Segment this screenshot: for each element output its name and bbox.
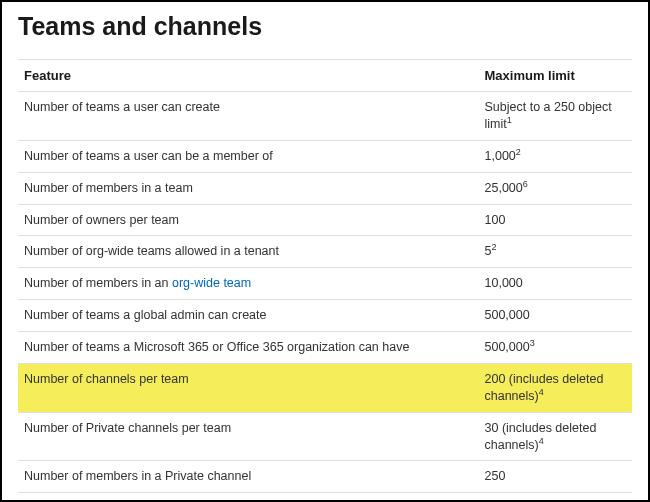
header-feature: Feature <box>18 60 479 92</box>
limit-cell: 500,0003 <box>479 332 633 364</box>
feature-cell: Number of members in a Private channel <box>18 461 479 493</box>
table-row: Number of teams a Microsoft 365 or Offic… <box>18 332 632 364</box>
table-row: Number of channels per team200 (includes… <box>18 363 632 412</box>
footnote-ref: 2 <box>491 242 496 252</box>
org-wide-team-link[interactable]: org-wide team <box>172 276 251 290</box>
feature-text: Number of members in an <box>24 276 172 290</box>
footnote-ref: 4 <box>539 387 544 397</box>
limit-cell: 30 (includes deleted channels)4 <box>479 412 633 461</box>
table-row: Number of members in a Private channel25… <box>18 461 632 493</box>
feature-cell: Number of org-wide teams allowed in a te… <box>18 236 479 268</box>
document-page: Teams and channels Feature Maximum limit… <box>0 0 650 502</box>
footnote-ref: 4 <box>539 435 544 445</box>
table-row: Number of owners per team100 <box>18 204 632 236</box>
feature-cell: Number of owners per team <box>18 204 479 236</box>
limit-text: 250 <box>485 469 506 483</box>
feature-cell: Maximum size of distribution list, secur… <box>18 493 479 502</box>
feature-cell: Number of teams a global admin can creat… <box>18 300 479 332</box>
table-row: Number of teams a user can be a member o… <box>18 140 632 172</box>
feature-cell: Number of teams a user can be a member o… <box>18 140 479 172</box>
limit-text: 100 <box>485 213 506 227</box>
feature-cell: Number of channels per team <box>18 363 479 412</box>
feature-text: Number of Private channels per team <box>24 421 231 435</box>
limit-cell: 200 (includes deleted channels)4 <box>479 363 633 412</box>
limit-cell: Subject to a 250 object limit1 <box>479 92 633 141</box>
table-row: Number of members in an org-wide team10,… <box>18 268 632 300</box>
limit-text: 500,000 <box>485 308 530 322</box>
limit-cell: 10,000 <box>479 268 633 300</box>
feature-text: Number of owners per team <box>24 213 179 227</box>
limit-cell: 52 <box>479 236 633 268</box>
feature-cell: Number of members in an org-wide team <box>18 268 479 300</box>
feature-text: Number of channels per team <box>24 372 189 386</box>
limit-cell: 500,000 <box>479 300 633 332</box>
footnote-ref: 1 <box>507 115 512 125</box>
feature-cell: Number of teams a Microsoft 365 or Offic… <box>18 332 479 364</box>
footnote-ref: 2 <box>516 147 521 157</box>
limit-cell: 3,500 <box>479 493 633 502</box>
footnote-ref: 6 <box>523 178 528 188</box>
feature-text: Number of teams a user can be a member o… <box>24 149 273 163</box>
footnote-ref: 3 <box>530 338 535 348</box>
table-row: Maximum size of distribution list, secur… <box>18 493 632 502</box>
feature-cell: Number of Private channels per team <box>18 412 479 461</box>
table-row: Number of teams a user can createSubject… <box>18 92 632 141</box>
table-row: Number of members in a team25,0006 <box>18 172 632 204</box>
limit-cell: 25,0006 <box>479 172 633 204</box>
feature-text: Number of teams a Microsoft 365 or Offic… <box>24 340 409 354</box>
limit-text: 1,000 <box>485 149 516 163</box>
feature-cell: Number of teams a user can create <box>18 92 479 141</box>
limit-cell: 100 <box>479 204 633 236</box>
limit-text: 500,000 <box>485 340 530 354</box>
feature-text: Number of members in a team <box>24 181 193 195</box>
feature-text: Number of members in a Private channel <box>24 469 251 483</box>
feature-text: Number of teams a user can create <box>24 100 220 114</box>
page-title: Teams and channels <box>18 12 632 41</box>
limit-cell: 250 <box>479 461 633 493</box>
header-limit: Maximum limit <box>479 60 633 92</box>
table-row: Number of teams a global admin can creat… <box>18 300 632 332</box>
table-header-row: Feature Maximum limit <box>18 60 632 92</box>
table-row: Number of org-wide teams allowed in a te… <box>18 236 632 268</box>
limit-cell: 1,0002 <box>479 140 633 172</box>
limit-text: Subject to a 250 object limit <box>485 100 612 131</box>
feature-text: Number of org-wide teams allowed in a te… <box>24 244 279 258</box>
feature-cell: Number of members in a team <box>18 172 479 204</box>
limit-text: 10,000 <box>485 276 523 290</box>
table-row: Number of Private channels per team30 (i… <box>18 412 632 461</box>
feature-text: Number of teams a global admin can creat… <box>24 308 267 322</box>
limits-table: Feature Maximum limit Number of teams a … <box>18 59 632 502</box>
limit-text: 200 (includes deleted channels) <box>485 372 604 403</box>
limit-text: 25,000 <box>485 181 523 195</box>
